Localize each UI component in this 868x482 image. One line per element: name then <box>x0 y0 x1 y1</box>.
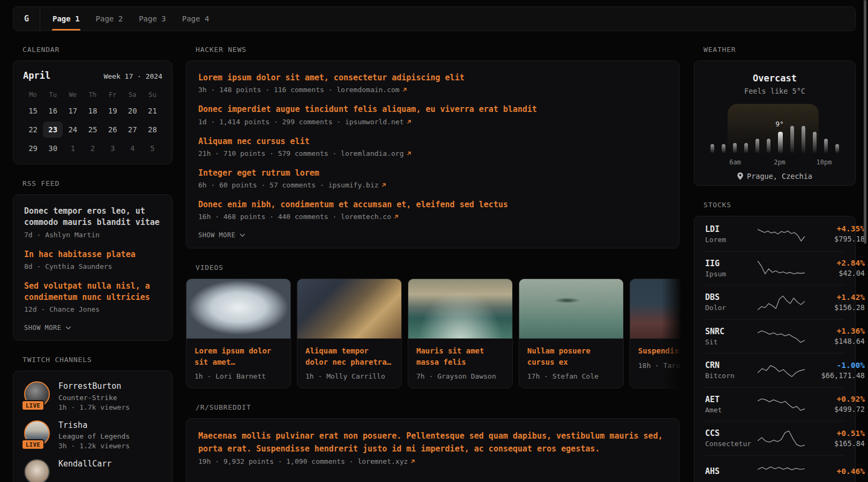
calendar-day-next-month: 1 <box>63 140 83 156</box>
hn-item-title[interactable]: Donec enim nibh, condimentum et accumsan… <box>198 199 667 210</box>
tab-page-1[interactable]: Page 1 <box>52 7 80 31</box>
weather-bar <box>767 139 770 153</box>
calendar-day: 22 <box>23 122 43 138</box>
twitch-channel-row[interactable]: KendallCarr <box>24 459 161 482</box>
hn-item-title[interactable]: Aliquam nec cursus elit <box>198 136 667 147</box>
rss-item: Donec tempor eros leo, ut commodo mauris… <box>24 206 161 239</box>
hn-item-title[interactable]: Lorem ipsum dolor sit amet, consectetur … <box>198 72 667 84</box>
rss-item-meta: 12d · Chance Jones <box>24 305 161 313</box>
tab-page-4[interactable]: Page 4 <box>182 7 210 31</box>
video-title[interactable]: Aliquam tempor dolor nec pharetra… <box>305 345 393 367</box>
video-card[interactable]: Nullam posuere cursus ex 17h · Stefan Co… <box>519 278 624 388</box>
channel-name: Trisha <box>58 420 130 431</box>
stock-sparkline <box>757 259 806 277</box>
rss-item-title[interactable]: Sed volutpat nulla nisl, a condimentum n… <box>24 281 161 304</box>
calendar-day-next-month: 2 <box>83 140 102 156</box>
tab-page-2[interactable]: Page 2 <box>95 7 124 31</box>
reddit-post-meta: 19h · 9,932 points · 1,090 comments · lo… <box>198 457 667 465</box>
weather-time-label: 2pm <box>774 159 785 166</box>
live-badge: LIVE <box>21 439 44 450</box>
stock-ticker: CCS <box>705 428 757 438</box>
calendar-day-name: Th <box>83 89 102 100</box>
weather-bar <box>710 144 714 153</box>
calendar-widget: April Week 17 · 2024 Mo Tu We Th Fr Sa S… <box>13 61 173 164</box>
hn-item-meta: 21h · 710 points · 579 comments · loreml… <box>198 149 667 157</box>
stock-sparkline <box>757 293 806 311</box>
twitch-heading: TWITCH CHANNELS <box>23 356 173 364</box>
stocks-widget: LDILorem +4.35%$795.18 IIGIpsum +2.84%$4… <box>694 216 856 482</box>
stock-sparkline <box>757 395 806 413</box>
channel-viewers: 1h · 1.7k viewers <box>58 403 130 411</box>
rss-item: In hac habitasse platea 8d · Cynthia Sau… <box>24 249 161 270</box>
calendar-day: 29 <box>23 140 43 156</box>
rss-item-meta: 8d · Cynthia Saunders <box>24 262 161 270</box>
stock-row[interactable]: AHS +0.46% <box>705 455 844 482</box>
external-link-icon <box>407 151 411 156</box>
show-more-label: SHOW MORE <box>198 231 236 239</box>
video-card[interactable]: Mauris sit amet massa felis 7h · Grayson… <box>408 278 513 388</box>
stock-row[interactable]: CCSConsectetur +0.51%$165.84 <box>705 421 844 455</box>
rss-item-meta-text: 7d · Ashlyn Martin <box>24 231 100 239</box>
weather-bars <box>710 122 839 153</box>
video-title[interactable]: Lorem ipsum dolor sit amet consectetu… <box>194 345 282 367</box>
hn-item: Donec imperdiet augue tincidunt felis al… <box>198 104 667 125</box>
video-title[interactable]: Mauris sit amet massa felis <box>416 345 504 367</box>
calendar-day: 30 <box>43 140 63 156</box>
stock-row[interactable]: LDILorem +4.35%$795.18 <box>705 217 844 251</box>
calendar-day: 24 <box>63 122 83 138</box>
rss-item-title[interactable]: In hac habitasse platea <box>24 249 161 260</box>
subreddit-widget: Maecenas mollis pulvinar erat non posuer… <box>186 418 679 482</box>
stock-sparkline <box>757 429 806 447</box>
twitch-channel-row[interactable]: LIVE ForrestBurton Counter-Strike 1h · 1… <box>24 381 161 411</box>
stock-price: $499.72 <box>806 405 865 413</box>
hn-item: Integer eget rutrum lorem 6h · 60 points… <box>198 168 667 189</box>
stock-row[interactable]: SNRCSit +1.36%$148.64 <box>705 319 844 353</box>
hn-item-title[interactable]: Donec imperdiet augue tincidunt felis al… <box>198 104 667 115</box>
video-title[interactable]: Suspendisse diam <box>638 345 680 356</box>
stock-name: Sit <box>705 338 757 346</box>
map-pin-icon <box>737 172 743 180</box>
rss-item-title[interactable]: Donec tempor eros leo, ut commodo mauris… <box>24 206 161 229</box>
hn-show-more-button[interactable]: SHOW MORE <box>198 231 667 239</box>
video-card[interactable]: Aliquam tempor dolor nec pharetra… 1h · … <box>297 278 402 388</box>
stock-name: Lorem <box>705 236 757 244</box>
calendar-day-selected: 23 <box>43 122 63 138</box>
video-thumbnail <box>408 279 512 339</box>
stock-ticker: LDI <box>705 224 757 234</box>
hn-item-title[interactable]: Integer eget rutrum lorem <box>198 168 667 179</box>
calendar-day-next-month: 3 <box>103 140 123 156</box>
reddit-post-title[interactable]: Maecenas mollis pulvinar erat non posuer… <box>198 430 667 455</box>
video-card[interactable]: Suspendisse diam 18h · Tara <box>630 278 680 388</box>
reddit-post-meta-text: 19h · 9,932 points · 1,090 comments · lo… <box>198 457 408 465</box>
stock-name: Amet <box>705 406 757 414</box>
main-column: HACKER NEWS Lorem ipsum dolor sit amet, … <box>186 31 679 482</box>
video-card[interactable]: Lorem ipsum dolor sit amet consectetu… 1… <box>186 278 291 388</box>
calendar-day-next-month: 5 <box>143 140 162 156</box>
hacker-news-widget: Lorem ipsum dolor sit amet, consectetur … <box>186 61 679 248</box>
video-title[interactable]: Nullam posuere cursus ex <box>527 345 615 367</box>
weather-time-label: 6am <box>729 159 741 166</box>
rss-show-more-button[interactable]: SHOW MORE <box>24 324 161 332</box>
calendar-day: 19 <box>103 103 123 119</box>
tab-page-3[interactable]: Page 3 <box>138 7 167 31</box>
calendar-day: 28 <box>143 122 162 138</box>
stock-row[interactable]: CRNBitcorn -1.00%$66,171.48 <box>705 353 844 387</box>
page-scrollbar[interactable] <box>864 0 866 244</box>
twitch-channel-row[interactable]: LIVE Trisha League of Legends 3h · 1.2k … <box>24 420 161 450</box>
page-tabs: Page 1 Page 2 Page 3 Page 4 <box>40 7 225 31</box>
weather-condition: Overcast <box>705 73 844 84</box>
hn-item-meta: 6h · 60 points · 57 comments · ipsumify.… <box>198 181 667 189</box>
stock-row[interactable]: DBSDolor +1.42%$156.28 <box>705 285 844 319</box>
stock-ticker: SNRC <box>705 327 757 336</box>
videos-track: Lorem ipsum dolor sit amet consectetu… 1… <box>186 278 680 388</box>
top-navigation-bar: G Page 1 Page 2 Page 3 Page 4 <box>13 6 856 31</box>
weather-temp-label: 9° <box>775 120 784 128</box>
stock-row[interactable]: IIGIpsum +2.84%$42.04 <box>705 251 844 285</box>
hn-item: Aliquam nec cursus elit 21h · 710 points… <box>198 136 667 157</box>
app-logo[interactable]: G <box>13 7 40 31</box>
video-meta: 7h · Grayson Dawson <box>416 372 504 380</box>
stock-row[interactable]: AETAmet +0.92%$499.72 <box>705 387 844 421</box>
calendar-day: 25 <box>83 122 102 138</box>
calendar-day-name: Mo <box>23 89 43 100</box>
stock-change: +0.92% <box>806 395 865 403</box>
